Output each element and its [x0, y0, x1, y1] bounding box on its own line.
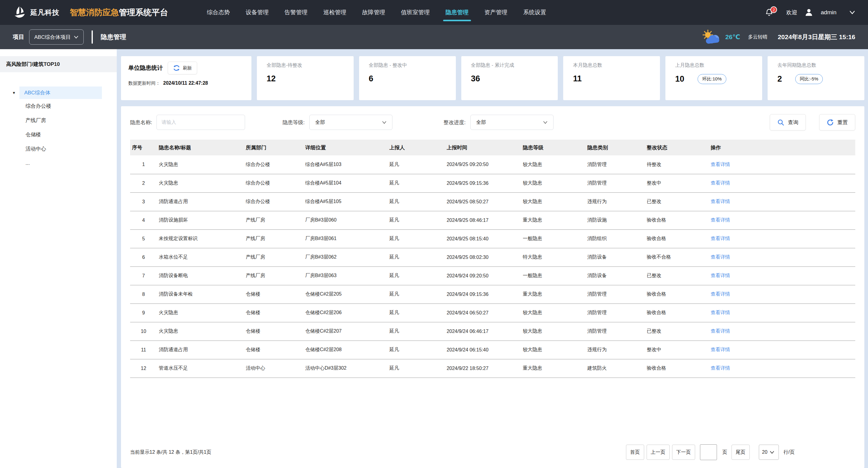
nav-item[interactable]: 设备管理	[246, 0, 269, 25]
refresh-icon	[173, 64, 180, 71]
tree-item[interactable]: 综合办公楼	[0, 99, 117, 113]
page-number-input[interactable]	[700, 444, 717, 460]
nav-item[interactable]: 告警管理	[284, 0, 308, 25]
project-select-value: ABC综合体项目	[34, 34, 71, 41]
tree-item[interactable]: 产线厂房	[0, 113, 117, 127]
top-bar: 延凡科技 智慧消防应急管理系统平台 综合态势设备管理告警管理巡检管理故障管理值班…	[0, 0, 868, 25]
stat-card-value: 2	[777, 75, 782, 84]
cell-location: 厂房B#3层062	[303, 248, 387, 266]
table-row: 4 消防设施损坏 产线厂房 厂房B#3层060 延凡 2024/9/25 08:…	[130, 211, 855, 229]
page-size-select[interactable]: 20	[759, 445, 779, 460]
nav-item[interactable]: 资产管理	[484, 0, 507, 25]
username[interactable]: admin	[821, 9, 836, 16]
subbar-right: 26℃ 多云转晴 2024年8月3日星期三 15:16	[701, 29, 855, 45]
stat-card-value: 10	[675, 75, 684, 84]
cell-no: 4	[130, 211, 157, 229]
nav-item[interactable]: 隐患管理	[445, 0, 469, 25]
table-header-cell: 隐患名称/标题	[157, 140, 244, 155]
stat-card-value: 36	[471, 74, 480, 84]
nav-item[interactable]: 综合态势	[207, 0, 230, 25]
reset-button[interactable]: 重置	[819, 114, 855, 130]
cell-category: 消防设备	[585, 266, 645, 285]
view-detail-link[interactable]: 查看详情	[711, 162, 730, 167]
progress-select[interactable]: 全部	[470, 115, 554, 130]
stat-card-value: 6	[369, 74, 373, 84]
cell-no: 3	[130, 193, 157, 211]
stat-card-label: 本月隐患总数	[573, 62, 660, 68]
nav-item[interactable]: 故障管理	[362, 0, 385, 25]
chevron-down-icon	[543, 121, 548, 124]
cell-category: 消防管理	[585, 155, 645, 174]
reset-button-label: 重置	[837, 119, 848, 126]
cell-title: 火灾隐患	[157, 174, 244, 193]
prev-page-button[interactable]: 上一页	[647, 445, 670, 460]
hazard-level-value: 全部	[315, 119, 325, 126]
user-menu-chevron-icon[interactable]	[849, 10, 855, 14]
table-row: 5 未按规定设置标识 产线厂房 厂房B#3层061 延凡 2024/9/25 0…	[130, 229, 855, 248]
view-detail-link[interactable]: 查看详情	[711, 180, 730, 185]
progress-filter-label: 整改进度:	[443, 119, 466, 126]
refresh-button[interactable]: 刷新	[168, 62, 197, 75]
cell-location: 厂房B#3层063	[303, 266, 387, 285]
last-page-button[interactable]: 尾页	[732, 445, 750, 460]
tree-item[interactable]: 仓储楼	[0, 127, 117, 142]
cell-reporter: 延凡	[388, 303, 445, 322]
view-detail-link[interactable]: 查看详情	[711, 347, 730, 352]
cell-dept: 综合办公楼	[244, 193, 303, 211]
project-select[interactable]: ABC综合体项目	[29, 29, 84, 45]
tree-item-root[interactable]: ▼ ABC综合体	[0, 87, 117, 99]
stat-card: 全部隐患 - 整改中 6	[359, 56, 456, 100]
next-page-button[interactable]: 下一页	[672, 445, 695, 460]
hazard-level-select[interactable]: 全部	[309, 115, 393, 130]
cell-title: 火灾隐患	[157, 322, 244, 341]
nav-item[interactable]: 系统设置	[523, 0, 546, 25]
main-content: 单位隐患统计 刷新	[121, 49, 864, 468]
nav-item[interactable]: 巡检管理	[323, 0, 346, 25]
cell-no: 7	[130, 266, 157, 285]
cell-level: 较大隐患	[521, 303, 586, 322]
view-detail-link[interactable]: 查看详情	[711, 273, 730, 278]
cell-reporter: 延凡	[388, 322, 445, 341]
caret-down-icon[interactable]: ▼	[12, 91, 18, 95]
cell-title: 消防通道占用	[157, 341, 244, 359]
view-detail-link[interactable]: 查看详情	[711, 236, 730, 241]
search-button-label: 查询	[788, 119, 798, 126]
search-button[interactable]: 查询	[770, 114, 806, 130]
view-detail-link[interactable]: 查看详情	[711, 291, 730, 296]
view-detail-link[interactable]: 查看详情	[711, 365, 730, 371]
view-detail-link[interactable]: 查看详情	[711, 328, 730, 333]
view-detail-link[interactable]: 查看详情	[711, 254, 730, 260]
hazard-table: 序号隐患名称/标题所属部门详细位置上报人上报时间隐患等级隐患类别整改状态操作 1…	[130, 140, 855, 378]
hazard-name-input[interactable]	[156, 115, 245, 130]
tree-item[interactable]: 活动中心	[0, 142, 117, 156]
view-detail-link[interactable]: 查看详情	[711, 217, 730, 223]
view-detail-link[interactable]: 查看详情	[711, 310, 730, 315]
cell-status: 验收合格	[645, 285, 709, 303]
product-title: 智慧消防应急管理系统平台	[70, 7, 168, 18]
cell-category: 消防管理	[585, 174, 645, 193]
sub-bar: 项目 ABC综合体项目 隐患管理 26℃ 多云转晴 2024年	[0, 25, 868, 49]
user-avatar-icon[interactable]	[804, 8, 813, 17]
cell-time: 2024/9/24 06:50:27	[445, 303, 521, 322]
view-detail-link[interactable]: 查看详情	[711, 199, 730, 204]
tree-item[interactable]: ...	[0, 156, 117, 170]
cell-level: 较大隐患	[521, 155, 586, 174]
divider	[92, 30, 93, 44]
nav-item[interactable]: 值班室管理	[401, 0, 430, 25]
cell-dept: 仓储楼	[244, 341, 303, 359]
cell-title: 消防设备断电	[157, 266, 244, 285]
cell-location: 厂房B#3层061	[303, 229, 387, 248]
pagination-summary: 当前显示12 条/共 12 条，第1页/共1页	[130, 449, 211, 456]
notification-bell-icon[interactable]: 2	[765, 8, 774, 17]
table-row: 3 消防通道占用 综合办公楼 综合楼A#5层105 延凡 2024/9/25 0…	[130, 193, 855, 211]
cell-title: 消防设施损坏	[157, 211, 244, 229]
cell-title: 消防通道占用	[157, 193, 244, 211]
cell-category: 建筑防火	[585, 359, 645, 378]
main-nav: 综合态势设备管理告警管理巡检管理故障管理值班室管理隐患管理资产管理系统设置	[207, 0, 546, 25]
table-header-cell: 上报时间	[445, 140, 521, 155]
reset-icon	[827, 119, 834, 126]
first-page-button[interactable]: 首页	[626, 445, 644, 460]
cell-level: 重大隐患	[521, 285, 586, 303]
tree-root-label[interactable]: ABC综合体	[20, 87, 102, 99]
table-row: 6 水箱水位不足 产线厂房 厂房B#3层062 延凡 2024/9/25 08:…	[130, 248, 855, 266]
